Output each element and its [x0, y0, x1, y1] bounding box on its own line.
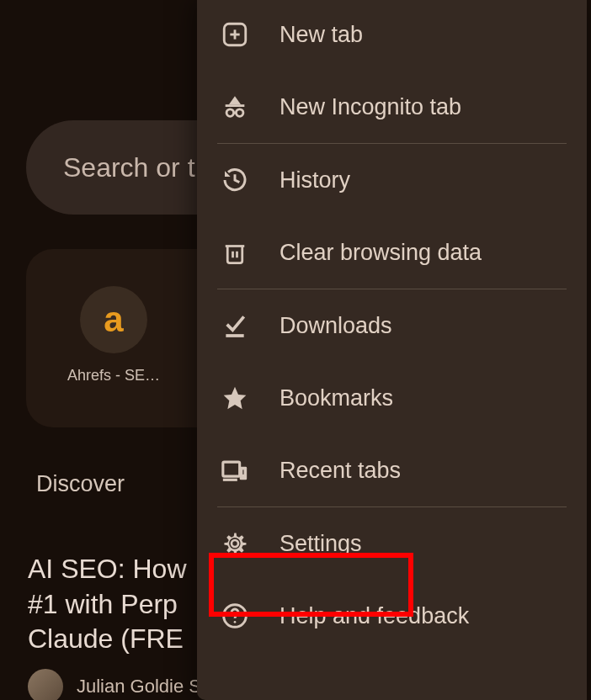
- history-icon: [221, 166, 249, 194]
- svg-point-16: [234, 621, 237, 623]
- site-tile-ahrefs[interactable]: a Ahrefs - SE…: [72, 286, 156, 427]
- menu-label: New Incognito tab: [280, 94, 461, 120]
- menu-bookmarks[interactable]: Bookmarks: [197, 362, 587, 434]
- overflow-menu: New tab New Incognito tab History: [197, 0, 587, 700]
- star-icon: [221, 384, 249, 412]
- discover-label[interactable]: Discover: [36, 471, 125, 497]
- svg-rect-14: [242, 469, 245, 476]
- site-label: Ahrefs - SE…: [67, 367, 160, 384]
- svg-rect-3: [226, 104, 245, 107]
- menu-label: Recent tabs: [280, 458, 401, 484]
- menu-label: History: [280, 167, 350, 194]
- trash-icon: [221, 238, 249, 267]
- svg-marker-10: [224, 387, 247, 410]
- menu-history[interactable]: History: [197, 144, 587, 216]
- avatar: [28, 669, 63, 700]
- incognito-icon: [221, 93, 249, 121]
- search-placeholder: Search or t: [63, 152, 195, 183]
- menu-incognito[interactable]: New Incognito tab: [197, 71, 587, 143]
- svg-point-5: [236, 109, 243, 117]
- svg-point-4: [226, 109, 234, 117]
- menu-help[interactable]: Help and feedback: [197, 580, 587, 652]
- menu-settings[interactable]: Settings: [197, 507, 587, 580]
- svg-rect-11: [223, 462, 240, 476]
- gear-icon: [221, 529, 249, 558]
- site-icon: a: [80, 286, 147, 353]
- menu-label: Downloads: [280, 313, 392, 339]
- devices-icon: [221, 456, 249, 485]
- download-done-icon: [221, 311, 249, 340]
- menu-label: Clear browsing data: [280, 240, 482, 266]
- menu-label: Bookmarks: [280, 385, 393, 411]
- plus-square-icon: [221, 20, 249, 49]
- help-icon: [221, 602, 249, 630]
- menu-downloads[interactable]: Downloads: [197, 289, 587, 362]
- menu-new-tab[interactable]: New tab: [197, 0, 587, 71]
- menu-clear-data[interactable]: Clear browsing data: [197, 216, 587, 289]
- menu-label: Help and feedback: [280, 603, 469, 629]
- menu-label: Settings: [280, 531, 362, 557]
- menu-label: New tab: [280, 22, 363, 48]
- menu-recent-tabs[interactable]: Recent tabs: [197, 434, 587, 506]
